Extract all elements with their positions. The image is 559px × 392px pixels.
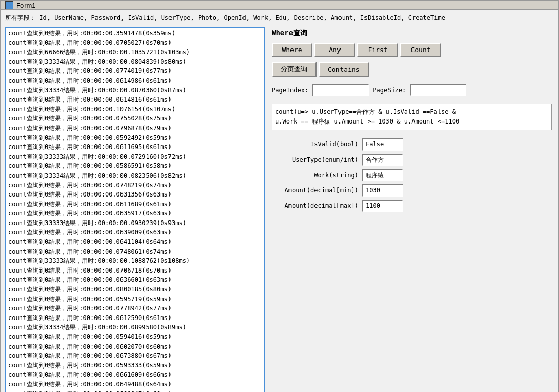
log-line: count查询到0结果，用时:00:00:00.0639009(0s63ms) bbox=[8, 228, 262, 237]
fields-row: 所有字段： Id, UserName, Password, IsValid, U… bbox=[5, 14, 554, 22]
log-line: count查询到0结果，用时:00:00:00.0592492(0s59ms) bbox=[8, 133, 262, 143]
field-row-3: Amount(decimal[min]) bbox=[272, 184, 552, 197]
log-line: count查询到0结果，用时:00:00:00.0593333(0s59ms) bbox=[8, 361, 262, 371]
log-line: count查询到0结果，用时:00:00:00.0586591(0s58ms) bbox=[8, 161, 262, 171]
log-line: count查询到66666结果，用时:00:00:00.1035721(0s10… bbox=[8, 47, 262, 57]
log-line: count查询到0结果，用时:00:00:00.0778942(0s77ms) bbox=[8, 304, 262, 313]
field-input-2[interactable] bbox=[362, 169, 403, 181]
log-line: count查询到0结果，用时:00:00:00.0635917(0s63ms) bbox=[8, 209, 262, 218]
log-line: count查询到0结果，用时:00:00:00.0706718(0s70ms) bbox=[8, 266, 262, 276]
log-line: count查询到0结果，用时:00:00:00.0611695(0s61ms) bbox=[8, 142, 262, 152]
log-line: count查询到0结果，用时:00:00:00.0600847(0s60ms) bbox=[8, 389, 262, 392]
field-label-2: Work(string) bbox=[272, 172, 358, 179]
log-line: count查询到0结果，用时:00:00:00.0649488(0s64ms) bbox=[8, 380, 262, 389]
field-form: IsValid(bool)UserType(enum/int)Work(stri… bbox=[272, 138, 552, 212]
log-line: count查询到0结果，用时:00:00:00.0611689(0s61ms) bbox=[8, 200, 262, 209]
any-button[interactable]: Any bbox=[314, 43, 355, 57]
log-line: count查询到0结果，用时:00:00:00.0641104(0s64ms) bbox=[8, 237, 262, 247]
field-row-1: UserType(enum/int) bbox=[272, 154, 552, 166]
right-panel: Where查询 Where Any First Count 分页查询 Conta… bbox=[270, 27, 554, 392]
log-line: count查询到0结果，用时:00:00:00.0614986(0s61ms) bbox=[8, 76, 262, 86]
window-body: 所有字段： Id, UserName, Password, IsValid, U… bbox=[1, 10, 558, 392]
count-button[interactable]: Count bbox=[400, 43, 441, 57]
field-row-0: IsValid(bool) bbox=[272, 138, 552, 151]
button-row-1: Where Any First Count bbox=[272, 43, 552, 57]
first-button[interactable]: First bbox=[357, 43, 398, 57]
button-row-2: 分页查询 Contains bbox=[272, 62, 552, 77]
page-size-label: PageSize: bbox=[373, 87, 406, 94]
contains-button[interactable]: Contains bbox=[319, 62, 369, 77]
field-label-3: Amount(decimal[min]) bbox=[272, 187, 358, 194]
page-index-row: PageIndex: PageSize: bbox=[272, 84, 552, 96]
where-title: Where查询 bbox=[272, 29, 552, 38]
log-line: count查询到33334结果，用时:00:00:00.0870360(0s87… bbox=[8, 86, 262, 95]
window-title: Form1 bbox=[16, 2, 36, 9]
field-label-1: UserType(enum/int) bbox=[272, 156, 358, 163]
log-line: count查询到0结果，用时:00:00:00.0796878(0s79ms) bbox=[8, 124, 262, 133]
page-query-button[interactable]: 分页查询 bbox=[272, 62, 317, 77]
title-bar: Form1 bbox=[1, 1, 558, 10]
log-line: count查询到0结果，用时:00:00:00.0636601(0s63ms) bbox=[8, 275, 262, 285]
main-window: Form1 所有字段： Id, UserName, Password, IsVa… bbox=[0, 0, 559, 392]
page-index-input[interactable] bbox=[312, 84, 369, 96]
field-row-4: Amount(decimal[max]) bbox=[272, 200, 552, 212]
log-line: count查询到0结果，用时:00:00:00.0661609(0s66ms) bbox=[8, 370, 262, 380]
log-line: count查询到33333结果，用时:00:00:00.0930239(0s93… bbox=[8, 218, 262, 228]
field-input-4[interactable] bbox=[362, 200, 403, 212]
main-content: count查询到0结果，用时:00:00:00.3591478(0s359ms)… bbox=[5, 27, 554, 392]
log-line: count查询到33333结果，用时:00:00:00.0729160(0s72… bbox=[8, 152, 262, 162]
log-line: count查询到0结果，用时:00:00:00.0594016(0s59ms) bbox=[8, 332, 262, 342]
log-line: count查询到33334结果，用时:00:00:00.0804839(0s80… bbox=[8, 57, 262, 67]
query-text-area: count(u=> u.UserType==合作方 & u.IsValid ==… bbox=[272, 104, 552, 130]
log-line: count查询到0结果，用时:00:00:00.0748219(0s74ms) bbox=[8, 181, 262, 190]
log-line: count查询到0结果，用时:00:00:00.1076154(0s107ms) bbox=[8, 105, 262, 114]
field-label-4: Amount(decimal[max]) bbox=[272, 202, 358, 209]
log-line: count查询到33334结果，用时:00:00:00.0899580(0s89… bbox=[8, 323, 262, 332]
fields-list: Id, UserName, Password, IsValid, UserTyp… bbox=[39, 14, 445, 21]
where-button[interactable]: Where bbox=[272, 43, 312, 57]
log-line: count查询到0结果，用时:00:00:00.0602070(0s60ms) bbox=[8, 342, 262, 352]
log-line: count查询到0结果，用时:00:00:00.0631356(0s63ms) bbox=[8, 190, 262, 200]
log-line: count查询到0结果，用时:00:00:00.0774019(0s77ms) bbox=[8, 66, 262, 76]
log-line: count查询到0结果，用时:00:00:00.0614816(0s61ms) bbox=[8, 95, 262, 105]
field-input-1[interactable] bbox=[362, 154, 403, 166]
field-input-0[interactable] bbox=[362, 138, 403, 151]
log-line: count查询到0结果，用时:00:00:00.0673880(0s67ms) bbox=[8, 351, 262, 361]
log-line: count查询到0结果，用时:00:00:00.0748061(0s74ms) bbox=[8, 247, 262, 257]
page-index-label: PageIndex: bbox=[272, 87, 308, 94]
log-panel[interactable]: count查询到0结果，用时:00:00:00.3591478(0s359ms)… bbox=[5, 27, 265, 392]
query-line-1: count(u=> u.UserType==合作方 & u.IsValid ==… bbox=[275, 107, 548, 117]
query-line-2: u.Work == 程序猿 u.Amount >= 1030 & u.Amoun… bbox=[275, 117, 548, 127]
fields-label: 所有字段： bbox=[5, 14, 36, 21]
log-line: count查询到0结果，用时:00:00:00.0612590(0s61ms) bbox=[8, 313, 262, 323]
log-line: count查询到0结果，用时:00:00:00.0755028(0s75ms) bbox=[8, 114, 262, 124]
log-line: count查询到33333结果，用时:00:00:00.1088762(0s10… bbox=[8, 256, 262, 266]
log-line: count查询到33334结果，用时:00:00:00.0823506(0s82… bbox=[8, 171, 262, 181]
log-line: count查询到0结果，用时:00:00:00.0705027(0s70ms) bbox=[8, 38, 262, 48]
window-icon bbox=[5, 1, 13, 9]
log-line: count查询到0结果，用时:00:00:00.0800185(0s80ms) bbox=[8, 285, 262, 295]
field-label-0: IsValid(bool) bbox=[272, 141, 358, 148]
page-size-input[interactable] bbox=[410, 84, 466, 96]
field-row-2: Work(string) bbox=[272, 169, 552, 181]
log-line: count查询到0结果，用时:00:00:00.0595719(0s59ms) bbox=[8, 295, 262, 304]
field-input-3[interactable] bbox=[362, 184, 403, 197]
log-line: count查询到0结果，用时:00:00:00.3591478(0s359ms) bbox=[8, 29, 262, 38]
